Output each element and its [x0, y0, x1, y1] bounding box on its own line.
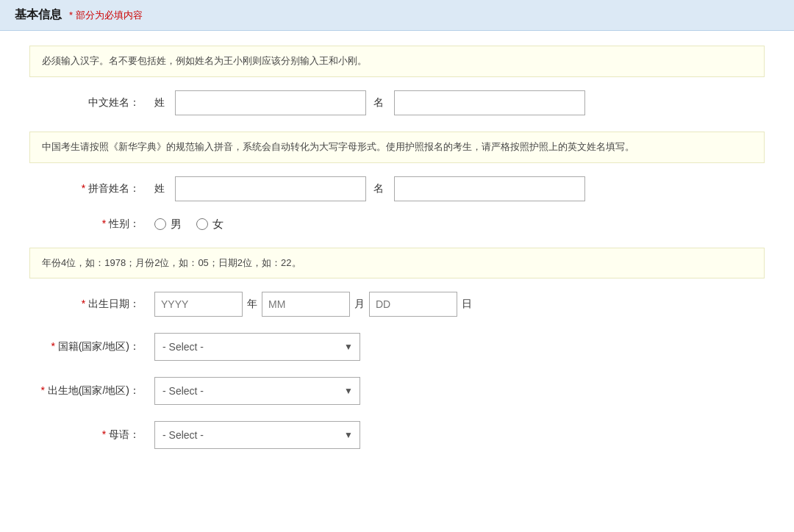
chinese-name-row: 中文姓名： 姓 名 — [29, 90, 765, 115]
nationality-select[interactable]: - Select - — [154, 333, 360, 361]
birthplace-label: * 出生地(国家/地区)： — [29, 384, 147, 398]
gender-female-option[interactable]: 女 — [196, 218, 223, 231]
pinyin-name-notice: 中国考生请按照《新华字典》的规范输入拼音，系统会自动转化为大写字母形式。使用护照… — [29, 132, 765, 163]
nationality-select-wrapper: - Select - ▼ — [154, 333, 360, 361]
mother-tongue-select-wrapper: - Select - ▼ — [154, 421, 360, 449]
pinyin-first-name-input[interactable] — [394, 176, 585, 201]
gender-male-radio[interactable] — [154, 218, 166, 230]
chinese-name-label: 中文姓名： — [29, 96, 147, 109]
mother-tongue-select[interactable]: - Select - — [154, 421, 360, 449]
birth-date-row: * 出生日期： 年 月 日 — [29, 292, 765, 317]
section-title: 基本信息 — [15, 7, 62, 23]
gender-label: * 性别： — [29, 218, 147, 231]
chinese-last-name-label: 姓 — [154, 96, 165, 109]
chinese-first-name-input[interactable] — [394, 90, 585, 115]
birthplace-select-wrapper: - Select - ▼ — [154, 377, 360, 405]
birthplace-row: * 出生地(国家/地区)： - Select - ▼ — [29, 377, 765, 405]
day-suffix: 日 — [462, 298, 472, 311]
pinyin-last-name-input[interactable] — [175, 176, 366, 201]
birthplace-required-star: * — [40, 384, 47, 396]
birth-date-notice-text: 年份4位，如：1978；月份2位，如：05；日期2位，如：22。 — [42, 257, 301, 268]
gender-female-radio[interactable] — [196, 218, 208, 230]
nationality-label: * 国籍(国家/地区)： — [29, 340, 147, 353]
birth-year-input[interactable] — [154, 292, 243, 317]
form-body: 必须输入汉字。名不要包括姓，例如姓名为王小刚则应该分别输入王和小刚。 中文姓名：… — [0, 31, 794, 480]
chinese-first-name-label: 名 — [373, 96, 384, 109]
page-container: 基本信息 * 部分为必填内容 必须输入汉字。名不要包括姓，例如姓名为王小刚则应该… — [0, 0, 794, 480]
birth-month-input[interactable] — [262, 292, 350, 317]
chinese-name-notice-text: 必须输入汉字。名不要包括姓，例如姓名为王小刚则应该分别输入王和小刚。 — [42, 55, 367, 66]
mother-tongue-required-star: * — [102, 428, 109, 440]
birth-date-label: * 出生日期： — [29, 298, 147, 311]
required-note: * 部分为必填内容 — [69, 9, 143, 22]
gender-row: * 性别： 男 女 — [29, 218, 765, 231]
gender-male-option[interactable]: 男 — [154, 218, 182, 231]
birth-day-input[interactable] — [369, 292, 457, 317]
section-header: 基本信息 * 部分为必填内容 — [0, 0, 794, 31]
pinyin-name-notice-text: 中国考生请按照《新华字典》的规范输入拼音，系统会自动转化为大写字母形式。使用护照… — [42, 141, 634, 152]
birth-required-star: * — [82, 298, 88, 309]
pinyin-name-row: * 拼音姓名： 姓 名 — [29, 176, 765, 201]
pinyin-required-star: * — [82, 182, 88, 194]
birthplace-select[interactable]: - Select - — [154, 377, 360, 405]
chinese-name-notice: 必须输入汉字。名不要包括姓，例如姓名为王小刚则应该分别输入王和小刚。 — [29, 46, 765, 77]
mother-tongue-row: * 母语： - Select - ▼ — [29, 421, 765, 449]
pinyin-first-name-label: 名 — [373, 182, 384, 195]
month-suffix: 月 — [354, 298, 365, 311]
gender-radio-group: 男 女 — [154, 218, 223, 231]
gender-required-star: * — [102, 218, 109, 229]
nationality-required-star: * — [51, 340, 57, 352]
date-inputs: 年 月 日 — [154, 292, 472, 317]
mother-tongue-label: * 母语： — [29, 428, 147, 442]
chinese-last-name-input[interactable] — [175, 90, 366, 115]
pinyin-name-label: * 拼音姓名： — [29, 182, 147, 195]
gender-female-label: 女 — [212, 218, 223, 231]
year-suffix: 年 — [247, 298, 257, 311]
pinyin-last-name-label: 姓 — [154, 182, 165, 195]
birth-date-notice: 年份4位，如：1978；月份2位，如：05；日期2位，如：22。 — [29, 248, 765, 279]
nationality-row: * 国籍(国家/地区)： - Select - ▼ — [29, 333, 765, 361]
gender-male-label: 男 — [171, 218, 182, 231]
